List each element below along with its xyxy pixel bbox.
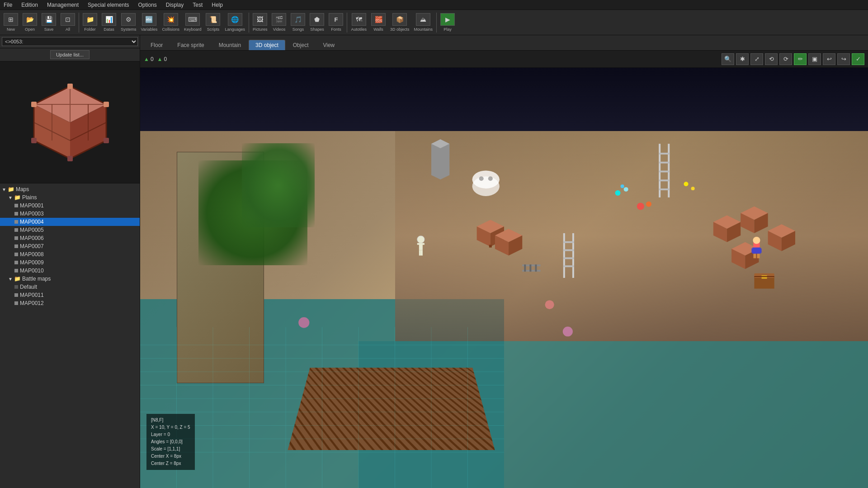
view-tool-redo[interactable]: ↪ — [837, 53, 850, 65]
tab-3d-object[interactable]: 3D object — [249, 40, 285, 50]
menu-management[interactable]: Management — [45, 1, 80, 9]
videos-button[interactable]: 🎬 — [272, 13, 286, 26]
collisions-label: Collisions — [162, 27, 179, 32]
play-label: Play — [443, 27, 452, 32]
pictures-button[interactable]: 🖼 — [253, 13, 267, 26]
toolbar-3dobjects: 📦 3D objects — [388, 12, 411, 33]
tab-face-sprite[interactable]: Face sprite — [170, 40, 211, 50]
menu-display[interactable]: Display — [164, 1, 185, 9]
shapes-label: Shapes — [310, 27, 324, 32]
collisions-button[interactable]: 💥 — [164, 13, 178, 26]
tree-map0012-label: MAP0012 — [20, 300, 44, 306]
map-selector[interactable]: <>0053: — [2, 37, 138, 46]
tree-map0011[interactable]: MAP0011 — [0, 291, 140, 299]
songs-button[interactable]: 🎵 — [291, 13, 305, 26]
map-square-icon — [14, 253, 18, 256]
toolbar-sep-3 — [347, 13, 347, 33]
svg-rect-10 — [67, 84, 73, 89]
svg-rect-51 — [422, 243, 425, 245]
tree-plains-group[interactable]: ▼ 📁 Plains — [0, 193, 140, 202]
tree-map0007[interactable]: MAP0007 — [0, 242, 140, 250]
3dobjects-button[interactable]: 📦 — [392, 13, 407, 26]
tab-object[interactable]: Object — [286, 40, 316, 50]
toolbar-videos: 🎬 Videos — [270, 12, 288, 33]
tree-default[interactable]: Default — [0, 283, 140, 291]
svg-rect-75 — [535, 264, 537, 272]
menu-file[interactable]: File — [2, 1, 14, 9]
mountains-button[interactable]: ⛰ — [416, 13, 430, 26]
tab-floor[interactable]: Floor — [144, 40, 170, 50]
systems-button[interactable]: ⚙ — [121, 13, 136, 26]
toolbar-songs: 🎵 Songs — [289, 12, 307, 33]
toolbar-scripts: 📜 Scripts — [204, 12, 222, 33]
tree-map0010[interactable]: MAP0010 — [0, 267, 140, 275]
view-tool-resize[interactable]: ⤢ — [750, 53, 763, 65]
svg-rect-38 — [659, 162, 670, 164]
tab-view[interactable]: View — [316, 40, 341, 50]
open-label: Open — [25, 27, 35, 32]
tree-map0003-label: MAP0003 — [20, 211, 44, 217]
tab-mountain[interactable]: Mountain — [212, 40, 248, 50]
menu-special-elements[interactable]: Special elements — [86, 1, 131, 9]
tree-plains-label: Plains — [22, 194, 37, 201]
svg-rect-53 — [421, 250, 423, 256]
tree-map0004[interactable]: MAP0004 — [0, 218, 140, 226]
svg-rect-74 — [529, 264, 531, 272]
save-button[interactable]: 💾 — [42, 13, 56, 26]
scripts-button[interactable]: 📜 — [206, 13, 220, 26]
svg-point-98 — [646, 202, 651, 207]
keyboard-button[interactable]: ⌨ — [185, 13, 200, 26]
view-tool-cursor[interactable]: ✱ — [736, 53, 749, 65]
tree-map0005-label: MAP0005 — [20, 227, 44, 233]
view-tool-zoom[interactable]: 🔍 — [722, 53, 734, 65]
tree-battlemaps-group[interactable]: ▼ 📁 Battle maps — [0, 275, 140, 283]
view-tool-rotate-right[interactable]: ⟳ — [779, 53, 792, 65]
menu-options[interactable]: Options — [136, 1, 158, 9]
tree-battlemaps-label: Battle maps — [22, 276, 51, 282]
datas-label: Datas — [104, 27, 114, 32]
menu-help[interactable]: Help — [210, 1, 225, 9]
map-viewport[interactable]: [N8,F] X = 10, Y = 0, Z = 5 Layer = 0 An… — [140, 68, 868, 488]
view-tool-confirm[interactable]: ✓ — [852, 53, 864, 65]
view-toolbar-left: ▲ 0 ▲ 0 — [144, 56, 167, 62]
datas-button[interactable]: 📊 — [102, 13, 116, 26]
toolbar-collisions: 💥 Collisions — [160, 12, 181, 33]
tree-map0001[interactable]: MAP0001 — [0, 202, 140, 210]
menu-edition[interactable]: Edition — [19, 1, 40, 9]
variables-button[interactable]: 🔤 — [142, 13, 156, 26]
languages-button[interactable]: 🌐 — [228, 13, 242, 26]
pictures-label: Pictures — [253, 27, 268, 32]
folder-button[interactable]: 📁 — [83, 13, 97, 26]
shapes-button[interactable]: ⬟ — [310, 13, 324, 26]
view-tool-undo[interactable]: ↩ — [823, 53, 835, 65]
tree-map0005[interactable]: MAP0005 — [0, 226, 140, 234]
fonts-label: Fonts — [331, 27, 341, 32]
fonts-button[interactable]: F — [329, 13, 343, 26]
coord-x-arrow: ▲ — [144, 56, 149, 62]
all-button[interactable]: ⊡ — [61, 13, 75, 26]
menu-test[interactable]: Test — [191, 1, 204, 9]
sidebar-tree: ▼ 📁 Maps ▼ 📁 Plains MAP0001 MAP0003 MAP0… — [0, 183, 140, 488]
sidebar-update: Update list... — [0, 48, 140, 61]
tree-map0009[interactable]: MAP0009 — [0, 258, 140, 267]
3dobjects-label: 3D objects — [390, 27, 410, 32]
update-list-button[interactable]: Update list... — [50, 50, 90, 59]
tree-map0012[interactable]: MAP0012 — [0, 299, 140, 307]
tree-map0003[interactable]: MAP0003 — [0, 210, 140, 218]
main-toolbar: ⊞ New 📂 Open 💾 Save ⊡ All 📁 Folder 📊 Dat… — [0, 10, 868, 35]
toolbar-datas: 📊 Datas — [100, 12, 118, 33]
walls-button[interactable]: 🧱 — [371, 13, 386, 26]
play-button[interactable]: ▶ — [440, 13, 455, 26]
all-label: All — [66, 27, 70, 32]
tree-map0006[interactable]: MAP0006 — [0, 234, 140, 242]
open-button[interactable]: 📂 — [23, 13, 37, 26]
view-tool-square[interactable]: ▣ — [808, 53, 821, 65]
new-button[interactable]: ⊞ — [4, 13, 18, 26]
tree-maps-root[interactable]: ▼ 📁 Maps — [0, 185, 140, 193]
tree-map0008[interactable]: MAP0008 — [0, 250, 140, 258]
view-tool-pencil[interactable]: ✏ — [794, 53, 807, 65]
tree-map0009-label: MAP0009 — [20, 259, 44, 266]
autotiles-button[interactable]: 🗺 — [352, 13, 366, 26]
svg-point-57 — [488, 176, 493, 181]
view-tool-rotate-left[interactable]: ⟲ — [765, 53, 778, 65]
